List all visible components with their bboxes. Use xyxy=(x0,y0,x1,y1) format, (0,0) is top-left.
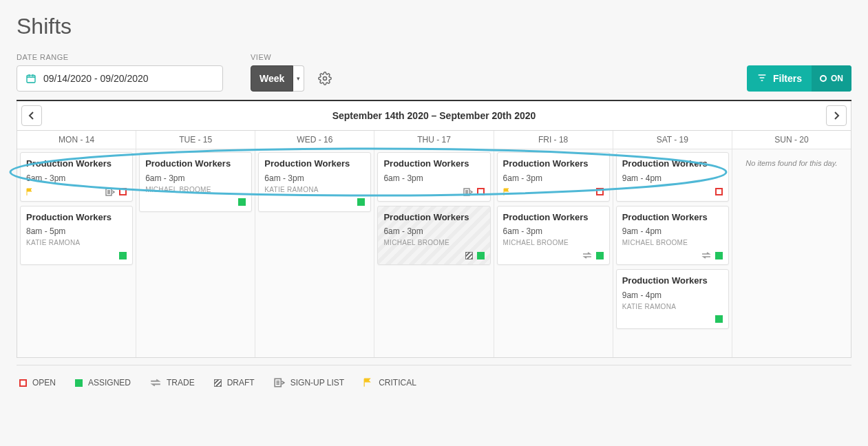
calendar-icon xyxy=(25,73,36,84)
shift-card[interactable]: Production Workers 6am - 3pm MICHAEL BRO… xyxy=(377,206,490,266)
shift-card[interactable]: Production Workers 9am - 4pm xyxy=(616,152,729,202)
assigned-icon xyxy=(715,315,723,323)
view-picker[interactable]: Week ▾ xyxy=(251,65,304,92)
assigned-icon xyxy=(238,198,246,206)
svg-point-1 xyxy=(324,77,327,81)
draft-icon xyxy=(465,252,473,259)
shift-card[interactable]: Production Workers 6am - 3pm xyxy=(20,152,133,202)
page-title: Shifts xyxy=(17,14,851,39)
day-header: THU - 17 xyxy=(374,131,493,149)
shift-title: Production Workers xyxy=(503,212,604,223)
shift-card[interactable]: Production Workers 6am - 3pm MICHAEL BRO… xyxy=(139,152,252,212)
legend-trade: TRADE xyxy=(150,378,195,387)
shift-title: Production Workers xyxy=(622,275,723,286)
shift-assignee: KATIE RAMONA xyxy=(264,186,365,193)
trade-icon xyxy=(150,379,161,387)
day-header: SUN - 20 xyxy=(732,131,851,149)
day-col-mon: MON - 14 Production Workers 6am - 3pm xyxy=(17,131,136,357)
day-header: TUE - 15 xyxy=(136,131,255,149)
shift-assignee: KATIE RAMONA xyxy=(622,303,723,310)
signup-icon xyxy=(463,188,473,196)
date-range-picker[interactable]: 09/14/2020 - 09/20/2020 xyxy=(17,65,223,92)
filter-icon xyxy=(756,72,768,85)
filters-label: Filters xyxy=(773,73,802,84)
draft-icon xyxy=(214,379,222,387)
day-header: SAT - 19 xyxy=(613,131,732,149)
day-header: MON - 14 xyxy=(17,131,136,149)
shift-card[interactable]: Production Workers 6am - 3pm MICHAEL BRO… xyxy=(497,206,610,266)
shift-title: Production Workers xyxy=(145,158,246,169)
open-icon xyxy=(596,188,604,195)
date-range-value: 09/14/2020 - 09/20/2020 xyxy=(43,73,149,84)
shift-card[interactable]: Production Workers 8am - 5pm KATIE RAMON… xyxy=(20,206,133,266)
legend-assigned: ASSIGNED xyxy=(75,378,131,387)
shift-assignee: MICHAEL BROOME xyxy=(145,186,246,193)
prev-week-button[interactable] xyxy=(21,105,42,126)
assigned-icon xyxy=(715,252,723,259)
calendar-header: September 14th 2020 – September 20th 202… xyxy=(17,101,851,130)
calendar-grid: MON - 14 Production Workers 6am - 3pm xyxy=(17,130,851,357)
day-col-sat: SAT - 19 Production Workers 9am - 4pm Pr… xyxy=(613,131,732,357)
shift-time: 6am - 3pm xyxy=(383,173,484,183)
shift-card[interactable]: Production Workers 6am - 3pm xyxy=(497,152,610,202)
shift-time: 9am - 4pm xyxy=(622,173,723,183)
shift-time: 6am - 3pm xyxy=(145,173,246,183)
no-items-text: No items found for this day. xyxy=(735,152,848,174)
view-value[interactable]: Week xyxy=(251,65,293,92)
legend-signup: SIGN-UP LIST xyxy=(274,378,344,387)
gear-icon[interactable] xyxy=(318,72,332,85)
on-indicator-icon xyxy=(820,75,827,82)
flag-icon xyxy=(503,188,511,196)
open-icon xyxy=(19,379,27,387)
open-icon xyxy=(715,188,723,195)
calendar: September 14th 2020 – September 20th 202… xyxy=(17,101,851,358)
assigned-icon xyxy=(357,198,365,206)
shift-card[interactable]: Production Workers 9am - 4pm MICHAEL BRO… xyxy=(616,206,729,266)
shift-time: 6am - 3pm xyxy=(264,173,365,183)
shift-title: Production Workers xyxy=(503,158,604,169)
date-range-label: DATE RANGE xyxy=(17,53,223,61)
trade-icon xyxy=(582,252,592,259)
next-week-button[interactable] xyxy=(826,105,847,126)
controls-row: DATE RANGE 09/14/2020 - 09/20/2020 VIEW … xyxy=(17,53,851,92)
legend-draft: DRAFT xyxy=(214,378,255,387)
shift-title: Production Workers xyxy=(26,158,127,169)
day-col-tue: TUE - 15 Production Workers 6am - 3pm MI… xyxy=(136,131,255,357)
svg-rect-0 xyxy=(27,75,35,83)
flag-icon xyxy=(26,188,34,196)
shift-time: 6am - 3pm xyxy=(503,173,604,183)
shift-assignee: MICHAEL BROOME xyxy=(622,239,723,246)
shift-time: 6am - 3pm xyxy=(383,226,484,236)
shift-card[interactable]: Production Workers 9am - 4pm KATIE RAMON… xyxy=(616,269,729,329)
filters-state: ON xyxy=(831,74,843,83)
filters-button[interactable]: Filters ON xyxy=(747,65,851,92)
assigned-icon xyxy=(75,379,83,387)
signup-icon xyxy=(105,188,115,196)
legend: OPEN ASSIGNED TRADE DRAFT SIGN-UP LIST C… xyxy=(17,365,851,387)
shift-time: 6am - 3pm xyxy=(26,173,127,183)
open-icon xyxy=(477,188,485,195)
flag-icon xyxy=(363,378,373,387)
shift-card[interactable]: Production Workers 6am - 3pm KATIE RAMON… xyxy=(258,152,371,212)
view-group: VIEW Week ▾ xyxy=(251,53,332,92)
shift-time: 6am - 3pm xyxy=(503,226,604,236)
assigned-icon xyxy=(477,252,485,259)
open-icon xyxy=(119,188,127,195)
shift-assignee: MICHAEL BROOME xyxy=(503,239,604,246)
shift-time: 8am - 5pm xyxy=(26,226,127,236)
shift-title: Production Workers xyxy=(622,158,723,169)
assigned-icon xyxy=(119,252,127,259)
shift-title: Production Workers xyxy=(383,158,484,169)
filters-toggle[interactable]: ON xyxy=(812,65,851,92)
signup-icon xyxy=(274,378,285,387)
assigned-icon xyxy=(596,252,604,259)
legend-critical: CRITICAL xyxy=(363,378,416,387)
day-col-thu: THU - 17 Production Workers 6am - 3pm xyxy=(374,131,494,357)
shift-title: Production Workers xyxy=(26,212,127,223)
shift-assignee: KATIE RAMONA xyxy=(26,239,127,246)
day-header: WED - 16 xyxy=(255,131,374,149)
shift-time: 9am - 4pm xyxy=(622,226,723,236)
chevron-down-icon[interactable]: ▾ xyxy=(293,65,304,92)
shift-card[interactable]: Production Workers 6am - 3pm xyxy=(377,152,490,202)
day-col-fri: FRI - 18 Production Workers 6am - 3pm xyxy=(494,131,613,357)
